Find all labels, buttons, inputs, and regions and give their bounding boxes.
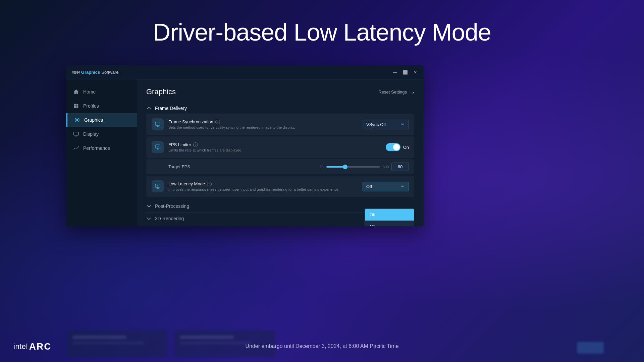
sidebar-item-display[interactable]: Display [66,127,137,141]
blurred-line-3 [180,336,234,339]
fps-value-input[interactable]: 60 [391,163,409,171]
arc-logo-text: ARC [29,341,52,352]
maximize-button[interactable]: ⬜ [402,69,408,75]
frame-sync-help-icon[interactable]: ? [215,120,220,124]
fps-limiter-toggle-label: On [403,145,409,150]
low-latency-name: Low Latency Mode ? [168,181,357,186]
svg-rect-0 [74,104,76,106]
low-latency-dropdown-chevron [400,184,405,188]
fps-limiter-help-icon[interactable]: ? [193,142,198,147]
fps-slider-min: 30 [319,165,323,169]
title-graphics: Graphics [81,70,100,75]
target-fps-row: Target FPS 30 300 60 [146,159,414,174]
svg-rect-2 [74,106,76,108]
svg-rect-1 [76,104,78,106]
blurred-line-1 [72,336,126,339]
reset-settings-button[interactable]: Reset Settings [378,89,414,95]
sidebar: Home Profiles Graphics [66,79,137,226]
blurred-line-4 [180,342,252,344]
frame-sync-name: Frame Synchronization ? [168,119,357,124]
fps-limiter-info: FPS Limiter ? Limits the rate at which f… [168,142,381,152]
frame-sync-row: Frame Synchronization ? Sets the method … [146,114,414,135]
low-latency-desc: Improves the responsiveness between user… [168,187,357,191]
frame-delivery-section: Frame Delivery Frame Synchronization [146,103,414,197]
svg-rect-6 [74,132,78,135]
blurred-right-element [577,342,604,354]
page-title: Driver-based Low Latency Mode [0,18,644,46]
dropdown-chevron-icon [400,122,405,126]
app-window: intel Graphics Software — ⬜ ✕ Home [66,65,424,226]
fps-slider[interactable] [326,166,380,168]
low-latency-row: Low Latency Mode ? Improves the responsi… [146,176,414,197]
sidebar-item-performance[interactable]: Performance [66,141,137,155]
close-button[interactable]: ✕ [412,69,418,75]
toggle-knob [393,144,400,150]
fps-limiter-desc: Limits the rate at which frames are disp… [168,148,381,152]
low-latency-help-icon[interactable]: ? [207,182,212,186]
sidebar-item-graphics[interactable]: Graphics [66,113,137,127]
title-bar: intel Graphics Software — ⬜ ✕ [66,65,424,79]
fps-slider-container: 30 300 60 [319,163,409,171]
content-area: Graphics Reset Settings Frame Delivery [137,79,424,226]
profiles-icon [73,103,79,109]
svg-rect-7 [155,122,160,125]
frame-sync-icon [152,118,164,130]
embargo-text: Under embargo until December 3, 2024, at… [245,343,398,349]
3d-rendering-chevron-icon [146,216,152,221]
low-latency-dropdown[interactable]: Off [362,182,409,191]
post-processing-chevron-icon [146,203,152,209]
low-latency-icon [152,180,164,192]
content-header: Graphics Reset Settings [146,87,414,96]
fps-slider-thumb [343,165,347,169]
graphics-icon [74,117,80,123]
minimize-button[interactable]: — [392,69,398,75]
blurred-line-2 [72,342,144,344]
chevron-up-icon [146,106,152,111]
intel-logo-text: intel [13,342,28,351]
sidebar-item-home[interactable]: Home [66,85,137,99]
fps-limiter-toggle-container: On [386,143,409,151]
frame-sync-info: Frame Synchronization ? Sets the method … [168,119,357,129]
dropdown-option-off[interactable]: Off [365,209,414,221]
fps-limiter-name: FPS Limiter ? [168,142,381,147]
window-controls: — ⬜ ✕ [392,69,418,75]
fps-limiter-row: FPS Limiter ? Limits the rate at which f… [146,136,414,158]
blurred-right-card [577,342,604,354]
blurred-card-1 [67,330,168,357]
svg-point-5 [76,119,78,121]
low-latency-dropdown-menu: Off On On + Boost [365,208,414,226]
frame-delivery-header[interactable]: Frame Delivery [146,103,414,114]
intel-arc-logo: intel ARC [13,341,52,352]
title-intel: intel [72,70,80,75]
fps-slider-fill [326,166,345,168]
home-icon [73,89,79,95]
fps-limiter-icon [152,141,164,153]
fps-slider-max: 300 [383,165,389,169]
reset-icon [409,89,414,95]
sidebar-item-profiles[interactable]: Profiles [66,99,137,113]
app-title-brand: intel Graphics Software [72,70,119,75]
frame-sync-desc: Sets the method used for vertically sync… [168,125,357,129]
low-latency-info: Low Latency Mode ? Improves the responsi… [168,181,357,191]
frame-sync-dropdown[interactable]: VSync Off [362,120,409,129]
fps-limiter-toggle[interactable] [386,143,400,151]
svg-rect-3 [76,106,78,108]
content-title: Graphics [146,87,176,96]
app-body: Home Profiles Graphics [66,79,424,226]
title-software: Software [101,70,118,75]
target-fps-label: Target FPS [152,164,319,169]
svg-rect-8 [155,145,160,148]
dropdown-option-on[interactable]: On [365,221,414,226]
performance-icon [73,145,79,151]
display-icon [73,131,79,137]
